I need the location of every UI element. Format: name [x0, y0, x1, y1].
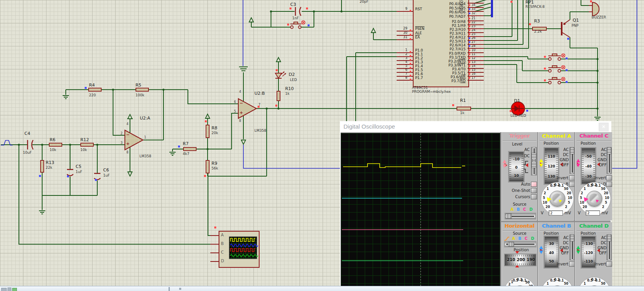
horizontal-source-slider[interactable]	[504, 241, 536, 247]
knob-scale-value: 50	[525, 281, 530, 284]
knob-scale-value: 2	[565, 206, 568, 209]
coupling-label: AC	[563, 148, 569, 152]
status-icon[interactable]	[1, 288, 7, 291]
knob-scale-value: 1	[547, 188, 549, 191]
channel-b-invert-button-label: Invert	[557, 262, 568, 266]
channel-d-position-label: Position	[581, 232, 596, 236]
panel-horizontal: HorizontalSourceABCDPosition210200190125…	[502, 222, 537, 291]
position-arrow-up	[576, 159, 580, 162]
close-icon[interactable]: ×	[599, 123, 609, 131]
trigger-level-slider[interactable]: -10010	[508, 151, 525, 182]
capacitors	[28, 7, 301, 180]
channel-c-title: Channel C	[576, 133, 612, 139]
trigger-source-B[interactable]: B	[517, 208, 520, 212]
coupling-label: GND	[598, 246, 607, 250]
trigger-source-C[interactable]: C	[523, 208, 526, 212]
slider-tick-value: 120	[544, 164, 559, 168]
trigger-oneshot-button[interactable]	[531, 188, 537, 193]
knob-scale-value: 2	[581, 192, 583, 195]
channel-a-invert-button[interactable]	[569, 175, 574, 180]
knob-scale-value: 20	[546, 206, 550, 209]
channel-c-invert-button-label: Invert	[595, 176, 606, 180]
trigger-source-A[interactable]: A	[510, 208, 514, 212]
position-arrow-up	[539, 159, 543, 162]
proteus-workspace: { "window": {"title": "Digital Oscillosc…	[0, 0, 644, 291]
slider-tick-value: -30	[581, 175, 596, 179]
channel-c-position-label: Position	[581, 142, 596, 146]
status-bar	[0, 286, 644, 291]
channel-a-coupling-switch[interactable]	[570, 147, 574, 174]
coupling-label: AC	[601, 236, 607, 240]
knob-scale-value: 1	[584, 188, 586, 191]
channel-c-position-slider[interactable]: -50-40-30	[581, 147, 596, 185]
knob-scale-value: 50	[601, 282, 605, 285]
channel-b-position-label: Position	[544, 232, 559, 236]
play-icon[interactable]	[12, 288, 17, 291]
trace-channel-a	[343, 164, 461, 168]
channel-a-title: Channel A	[539, 133, 574, 139]
trigger-coupling-switch[interactable]	[531, 147, 537, 160]
slider-tick-value: -40	[581, 164, 596, 168]
channel-b-invert-button[interactable]	[569, 262, 574, 267]
trigger-auto-button[interactable]	[531, 182, 537, 187]
channel-a-invert-button-label: Invert	[557, 176, 568, 180]
trigger-source-label: Source	[513, 203, 526, 206]
horizontal-source-D[interactable]: D	[531, 237, 534, 241]
position-arrow-down	[539, 250, 543, 254]
coupling-label: OFF	[599, 163, 607, 167]
channel-d-invert-button[interactable]	[606, 262, 612, 267]
horizontal-source-label: Source	[513, 232, 526, 236]
channel-c-combine-button[interactable]	[606, 182, 612, 187]
led-d1[interactable]	[511, 102, 525, 115]
channel-a-gain-value[interactable]: 2	[549, 210, 563, 215]
transistor-q1[interactable]	[561, 20, 570, 37]
channel-a-position-label: Position	[544, 142, 559, 146]
mcu-at89c51[interactable]	[413, 0, 469, 87]
trigger-oneshot-button-label: One-Shot	[512, 189, 530, 193]
buzzer[interactable]	[589, 2, 599, 16]
dial-marker-top	[515, 251, 519, 254]
position-arrow-up	[576, 246, 580, 249]
position-arrow-down	[576, 164, 580, 167]
horizontal-position-value: 190	[527, 258, 535, 262]
oscilloscope-titlebar[interactable]: Digital Oscilloscope ×	[340, 121, 611, 132]
trigger-edge-switch[interactable]	[531, 160, 537, 175]
coupling-label: DC	[563, 153, 569, 157]
led-d2[interactable]	[275, 72, 286, 78]
trigger-cursors-button[interactable]	[531, 194, 537, 199]
trigger-source-slider[interactable]	[505, 213, 536, 219]
knob-scale-value: 50	[601, 188, 605, 191]
unit-right: mV	[564, 211, 571, 215]
coupling-label: AC	[563, 236, 569, 240]
status-icon[interactable]	[7, 287, 11, 291]
coupling-label: OFF	[561, 251, 569, 255]
coupling-label: DC	[563, 241, 569, 245]
slider-tick-value: 50	[544, 260, 559, 263]
slider-tick-value: 130	[544, 175, 559, 179]
power-terminals	[127, 18, 376, 176]
channel-b-coupling-switch[interactable]	[570, 234, 574, 260]
knob-scale-value: 5	[605, 201, 607, 204]
channel-c-coupling-switch[interactable]	[607, 147, 612, 174]
horizontal-source-C[interactable]: C	[525, 237, 527, 241]
knob-scale-value: 0.1	[595, 184, 601, 188]
channel-d-position-slider[interactable]: -130-120-110	[581, 236, 596, 269]
knob-scale-value: 10	[605, 197, 609, 200]
horizontal-position-dial[interactable]: 210200190	[504, 254, 536, 266]
knob-scale-value: 2	[602, 206, 605, 209]
trigger-source-D[interactable]: D	[529, 208, 533, 212]
channel-a-combine-button[interactable]	[569, 182, 574, 187]
channel-c-gain-value[interactable]: 2	[586, 210, 600, 215]
horizontal-source-B[interactable]: B	[518, 237, 522, 241]
panel-trigger: TriggerLevel-10010ACDCAutoOne-ShotCursor…	[502, 132, 537, 220]
trigger-cursors-button-label: Cursors	[515, 195, 530, 199]
knob-scale-value: 20	[583, 206, 587, 209]
unit-left: V	[541, 211, 544, 215]
horizontal-source-A[interactable]: A	[512, 237, 515, 241]
opamps[interactable]	[125, 99, 256, 150]
channel-c-invert-button[interactable]	[606, 175, 612, 180]
channel-d-coupling-switch[interactable]	[607, 234, 612, 260]
trigger-coupling-label: DC	[524, 154, 530, 158]
knob-scale-value: 0.1	[558, 279, 564, 282]
knob-scale-value: 5	[580, 197, 582, 200]
